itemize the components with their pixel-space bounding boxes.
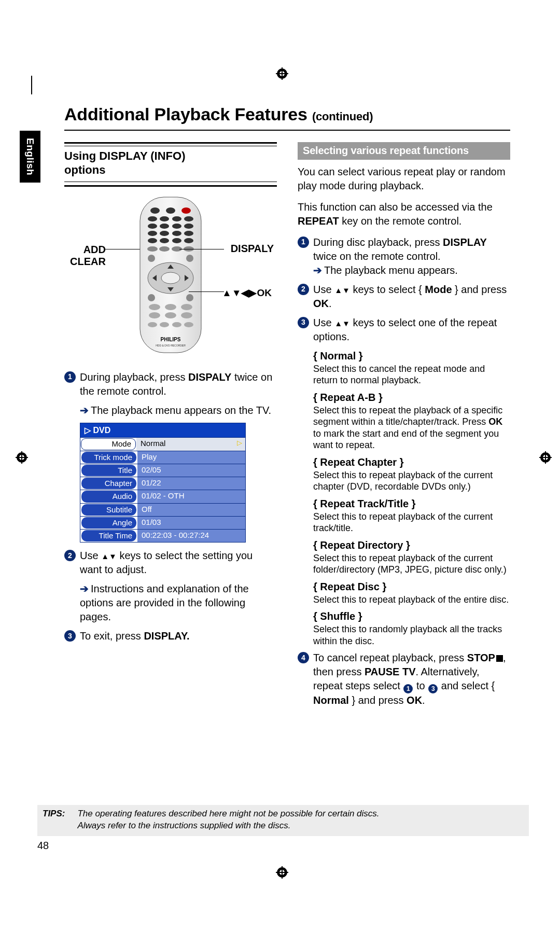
arrow-right-icon: ➔ bbox=[80, 405, 91, 416]
page-title: Additional Playback Features (continued) bbox=[64, 103, 510, 131]
step-1: 1 During playback, press DISPALY twice o… bbox=[64, 370, 277, 398]
r-step-1: 1 During disc playback, press DISPLAY tw… bbox=[298, 235, 510, 277]
remote-diagram: ADD CLEAR bbox=[64, 195, 277, 359]
tips-label: TIPS: bbox=[43, 808, 65, 832]
svg-point-36 bbox=[147, 246, 158, 252]
paragraph: This function can also be accessed via t… bbox=[298, 200, 510, 228]
svg-point-34 bbox=[172, 238, 181, 243]
svg-point-30 bbox=[172, 231, 181, 236]
osd-value: 00:22:03 - 00:27:24 bbox=[137, 530, 245, 542]
svg-point-48 bbox=[148, 294, 155, 301]
svg-point-32 bbox=[148, 238, 157, 243]
svg-point-40 bbox=[148, 255, 155, 262]
svg-point-58 bbox=[172, 322, 181, 327]
remote-callout-display: DISPALY bbox=[231, 243, 274, 255]
option-title: { Repeat Chapter } bbox=[313, 455, 510, 469]
arrow-right-icon: ➔ bbox=[313, 265, 324, 276]
osd-row: Title02/05 bbox=[80, 464, 245, 477]
section-title-line2: options bbox=[64, 163, 277, 177]
osd-label: Angle bbox=[81, 517, 136, 529]
svg-point-28 bbox=[148, 231, 157, 236]
osd-value: Play bbox=[137, 451, 245, 464]
page-title-continued: (continued) bbox=[312, 110, 373, 123]
svg-point-49 bbox=[186, 294, 193, 301]
arrow-right-icon: ➔ bbox=[80, 583, 91, 594]
osd-row: Trick modePlay bbox=[80, 451, 245, 464]
option-desc: Select this to repeat playback of the cu… bbox=[313, 469, 510, 493]
svg-point-33 bbox=[160, 238, 169, 243]
option-desc: Select this to repeat playback of the cu… bbox=[313, 511, 510, 534]
svg-rect-3 bbox=[276, 73, 288, 74]
r-step-4: 4 To cancel repeat playback, press STOP,… bbox=[298, 651, 510, 707]
osd-row: Angle01/03 bbox=[80, 516, 245, 529]
section-title: Using DISPLAY (INFO) options bbox=[64, 142, 277, 187]
step-number-icon: 2 bbox=[298, 284, 309, 295]
svg-point-50 bbox=[149, 304, 160, 310]
osd-label: Audio bbox=[81, 491, 136, 502]
svg-point-43 bbox=[161, 272, 180, 284]
step-number-icon: 3 bbox=[298, 317, 309, 328]
osd-row: ModeNormal bbox=[80, 437, 245, 450]
osd-row: Chapter01/22 bbox=[80, 477, 245, 490]
svg-point-52 bbox=[181, 304, 192, 310]
left-column: Using DISPLAY (INFO) options ADD CLEAR bbox=[64, 142, 277, 713]
svg-rect-7 bbox=[276, 872, 288, 873]
svg-point-22 bbox=[172, 216, 181, 221]
svg-point-24 bbox=[148, 224, 157, 229]
option-title: { Repeat Directory } bbox=[313, 538, 510, 552]
osd-label: Mode bbox=[81, 438, 136, 450]
paragraph: You can select various repeat play or ra… bbox=[298, 165, 510, 193]
svg-point-20 bbox=[148, 216, 157, 221]
step-number-icon: 4 bbox=[298, 652, 309, 663]
option-title: { Shuffle } bbox=[313, 609, 510, 623]
osd-value: 01/02 - OTH bbox=[137, 490, 245, 503]
svg-text:HDD & DVD RECORDER: HDD & DVD RECORDER bbox=[156, 344, 186, 347]
svg-point-19 bbox=[181, 207, 191, 214]
svg-point-57 bbox=[160, 322, 169, 327]
svg-point-21 bbox=[160, 216, 169, 221]
svg-point-31 bbox=[184, 231, 193, 236]
svg-point-37 bbox=[159, 246, 170, 252]
section-title-line1: Using DISPLAY (INFO) bbox=[64, 149, 277, 163]
svg-point-51 bbox=[165, 304, 176, 310]
registration-mark-icon bbox=[276, 866, 288, 879]
svg-point-59 bbox=[184, 322, 193, 327]
tips-text: The operating features described here mi… bbox=[77, 808, 379, 832]
language-tab: English bbox=[20, 131, 40, 183]
step-2: 2 Use ▲▼ keys to select the setting you … bbox=[64, 549, 277, 577]
osd-row: Title Time00:22:03 - 00:27:24 bbox=[80, 529, 245, 542]
svg-point-41 bbox=[186, 255, 193, 262]
svg-point-25 bbox=[160, 224, 169, 229]
osd-label: Title bbox=[81, 465, 136, 476]
osd-value: Off bbox=[137, 504, 245, 516]
option-title: { Repeat A-B } bbox=[313, 391, 510, 405]
r-step-3: 3 Use ▲▼ keys to select one of the repea… bbox=[298, 316, 510, 344]
step-number-icon: 1 bbox=[298, 237, 309, 248]
content-area: Additional Playback Features (continued)… bbox=[64, 103, 510, 713]
svg-point-17 bbox=[150, 207, 160, 214]
osd-value: 02/05 bbox=[137, 464, 245, 477]
svg-point-27 bbox=[184, 224, 193, 229]
leader-line bbox=[189, 291, 224, 292]
leader-line bbox=[179, 249, 224, 249]
stop-icon bbox=[496, 655, 503, 662]
manual-page: English Additional Playback Features (co… bbox=[0, 0, 560, 945]
step-number-icon: 1 bbox=[64, 371, 76, 383]
osd-row: Audio01/02 - OTH bbox=[80, 490, 245, 503]
step-number-icon: 3 bbox=[64, 630, 76, 642]
remote-callout-left: ADD CLEAR bbox=[62, 244, 106, 268]
option-title: { Normal } bbox=[313, 349, 510, 363]
option-title: { Repeat Track/Title } bbox=[313, 497, 510, 511]
osd-value: 01/22 bbox=[137, 477, 245, 490]
step-number-icon: 2 bbox=[64, 550, 76, 561]
svg-point-56 bbox=[148, 322, 157, 327]
svg-point-53 bbox=[149, 312, 160, 318]
osd-label: Trick mode bbox=[81, 452, 136, 463]
osd-value: Normal bbox=[136, 438, 245, 450]
option-desc: Select this to repeat the playback of a … bbox=[313, 405, 510, 451]
svg-point-55 bbox=[181, 312, 192, 318]
option-title: { Repeat Disc } bbox=[313, 580, 510, 594]
remote-icon: PHILIPS HDD & DVD RECORDER bbox=[137, 195, 204, 359]
repeat-options-list: { Normal }Select this to cancel the repe… bbox=[313, 349, 510, 647]
crop-mark bbox=[31, 76, 32, 94]
